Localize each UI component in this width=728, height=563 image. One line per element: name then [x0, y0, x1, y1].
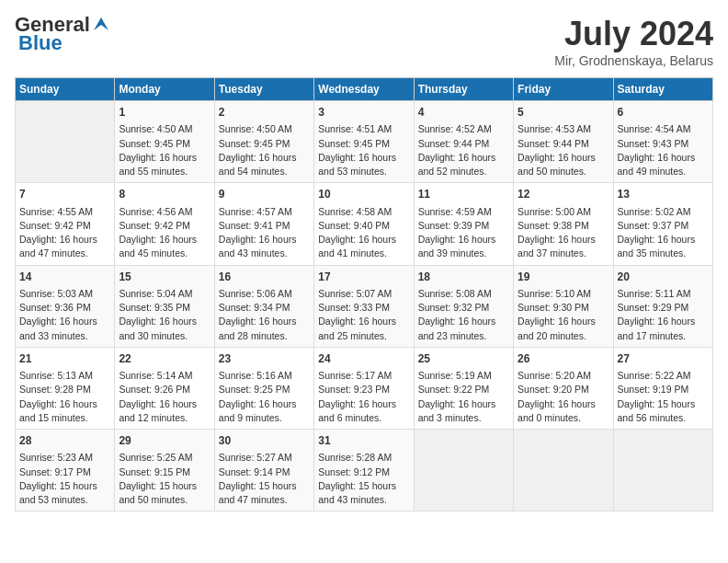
- calendar-cell: 4Sunrise: 4:52 AMSunset: 9:44 PMDaylight…: [414, 101, 513, 183]
- day-info: and 43 minutes.: [219, 247, 310, 260]
- day-number: 16: [219, 270, 310, 285]
- calendar-cell: 14Sunrise: 5:03 AMSunset: 9:36 PMDayligh…: [16, 265, 115, 347]
- day-info: Sunrise: 4:52 AM: [418, 122, 509, 136]
- calendar-cell: [514, 430, 613, 511]
- day-info: Daylight: 16 hours: [418, 233, 509, 247]
- day-info: Sunrise: 5:28 AM: [318, 451, 409, 465]
- column-header-saturday: Saturday: [613, 78, 712, 101]
- day-info: Sunset: 9:42 PM: [119, 219, 210, 233]
- day-info: Sunrise: 4:55 AM: [19, 205, 110, 219]
- calendar-cell: 6Sunrise: 4:54 AMSunset: 9:43 PMDaylight…: [613, 101, 712, 183]
- column-header-thursday: Thursday: [414, 78, 513, 101]
- day-info: Sunrise: 5:19 AM: [418, 369, 509, 383]
- day-info: Sunset: 9:14 PM: [219, 465, 310, 479]
- day-number: 28: [19, 433, 110, 449]
- day-number: 1: [119, 105, 210, 121]
- calendar-cell: 16Sunrise: 5:06 AMSunset: 9:34 PMDayligh…: [214, 265, 313, 347]
- day-info: and 54 minutes.: [219, 165, 310, 178]
- day-info: Sunset: 9:20 PM: [518, 383, 609, 396]
- day-info: Sunrise: 4:53 AM: [518, 122, 609, 136]
- day-number: 3: [318, 105, 409, 121]
- day-info: and 47 minutes.: [19, 247, 110, 260]
- calendar-cell: 12Sunrise: 5:00 AMSunset: 9:38 PMDayligh…: [514, 183, 613, 265]
- logo-bird-icon: [92, 16, 110, 34]
- day-info: Sunset: 9:34 PM: [219, 301, 310, 315]
- day-info: Sunrise: 5:00 AM: [518, 205, 609, 219]
- day-info: Sunrise: 4:50 AM: [219, 122, 310, 136]
- calendar-cell: 22Sunrise: 5:14 AMSunset: 9:26 PMDayligh…: [115, 347, 214, 429]
- day-info: Daylight: 15 hours: [618, 397, 709, 411]
- day-info: Daylight: 16 hours: [119, 233, 210, 247]
- day-number: 14: [19, 270, 110, 285]
- calendar-cell: 3Sunrise: 4:51 AMSunset: 9:45 PMDaylight…: [314, 101, 414, 183]
- day-info: Daylight: 15 hours: [318, 479, 409, 493]
- day-info: Daylight: 16 hours: [19, 397, 110, 411]
- day-info: Sunset: 9:35 PM: [119, 301, 210, 315]
- day-info: and 9 minutes.: [219, 411, 310, 425]
- day-info: and 45 minutes.: [119, 247, 210, 260]
- day-info: Sunset: 9:45 PM: [119, 137, 210, 151]
- day-number: 12: [518, 187, 609, 202]
- day-number: 5: [518, 105, 609, 121]
- calendar-cell: 7Sunrise: 4:55 AMSunset: 9:42 PMDaylight…: [16, 183, 115, 265]
- day-info: and 56 minutes.: [618, 411, 709, 425]
- day-info: Sunset: 9:33 PM: [318, 301, 409, 315]
- day-number: 7: [19, 187, 110, 202]
- day-info: Daylight: 16 hours: [219, 315, 310, 328]
- day-info: Sunset: 9:44 PM: [418, 137, 509, 151]
- day-info: Daylight: 16 hours: [618, 315, 709, 328]
- day-info: Sunset: 9:36 PM: [19, 301, 110, 315]
- day-info: Sunset: 9:12 PM: [318, 465, 409, 479]
- calendar-week-row: 7Sunrise: 4:55 AMSunset: 9:42 PMDaylight…: [16, 183, 713, 265]
- day-info: Sunset: 9:26 PM: [119, 383, 210, 396]
- day-info: Sunset: 9:15 PM: [119, 465, 210, 479]
- calendar-cell: 23Sunrise: 5:16 AMSunset: 9:25 PMDayligh…: [214, 347, 313, 429]
- day-info: Sunrise: 5:07 AM: [318, 287, 409, 301]
- calendar-cell: 19Sunrise: 5:10 AMSunset: 9:30 PMDayligh…: [514, 265, 613, 347]
- day-info: Sunset: 9:44 PM: [518, 137, 609, 151]
- day-info: Sunrise: 4:57 AM: [219, 205, 310, 219]
- svg-marker-0: [94, 17, 108, 30]
- day-number: 4: [418, 105, 509, 121]
- day-info: and 43 minutes.: [318, 493, 409, 507]
- day-info: Sunrise: 5:04 AM: [119, 287, 210, 301]
- day-info: Daylight: 16 hours: [219, 151, 310, 165]
- calendar-week-row: 14Sunrise: 5:03 AMSunset: 9:36 PMDayligh…: [16, 265, 713, 347]
- day-info: Daylight: 16 hours: [219, 397, 310, 411]
- calendar-week-row: 1Sunrise: 4:50 AMSunset: 9:45 PMDaylight…: [16, 101, 713, 183]
- day-info: Daylight: 16 hours: [119, 315, 210, 328]
- day-number: 10: [318, 187, 409, 202]
- calendar-week-row: 28Sunrise: 5:23 AMSunset: 9:17 PMDayligh…: [16, 430, 713, 511]
- day-number: 31: [318, 433, 409, 449]
- day-info: Sunset: 9:39 PM: [418, 219, 509, 233]
- day-info: Daylight: 15 hours: [119, 479, 210, 493]
- day-number: 22: [119, 351, 210, 367]
- day-info: Daylight: 16 hours: [119, 397, 210, 411]
- day-info: Sunrise: 4:51 AM: [318, 122, 409, 136]
- calendar-cell: 18Sunrise: 5:08 AMSunset: 9:32 PMDayligh…: [414, 265, 513, 347]
- logo: General Blue: [15, 15, 110, 55]
- day-info: Sunrise: 5:25 AM: [119, 451, 210, 465]
- day-info: Sunset: 9:41 PM: [219, 219, 310, 233]
- day-info: and 50 minutes.: [119, 493, 210, 507]
- day-info: Sunrise: 5:23 AM: [19, 451, 110, 465]
- day-info: and 23 minutes.: [418, 329, 509, 343]
- calendar-cell: 15Sunrise: 5:04 AMSunset: 9:35 PMDayligh…: [115, 265, 214, 347]
- day-number: 27: [618, 351, 709, 367]
- day-info: Sunset: 9:25 PM: [219, 383, 310, 396]
- day-info: Sunrise: 4:54 AM: [618, 122, 709, 136]
- calendar-table: SundayMondayTuesdayWednesdayThursdayFrid…: [15, 77, 713, 511]
- calendar-week-row: 21Sunrise: 5:13 AMSunset: 9:28 PMDayligh…: [16, 347, 713, 429]
- calendar-cell: 8Sunrise: 4:56 AMSunset: 9:42 PMDaylight…: [115, 183, 214, 265]
- day-info: Sunrise: 4:58 AM: [318, 205, 409, 219]
- day-number: 25: [418, 351, 509, 367]
- day-info: Sunset: 9:43 PM: [618, 137, 709, 151]
- location-subtitle: Mir, Grodnenskaya, Belarus: [554, 53, 713, 68]
- day-info: Daylight: 15 hours: [19, 479, 110, 493]
- day-info: and 17 minutes.: [618, 329, 709, 343]
- column-header-monday: Monday: [115, 78, 214, 101]
- day-number: 20: [618, 270, 709, 285]
- calendar-cell: 13Sunrise: 5:02 AMSunset: 9:37 PMDayligh…: [613, 183, 712, 265]
- day-info: Sunrise: 5:14 AM: [119, 369, 210, 383]
- day-number: 8: [119, 187, 210, 202]
